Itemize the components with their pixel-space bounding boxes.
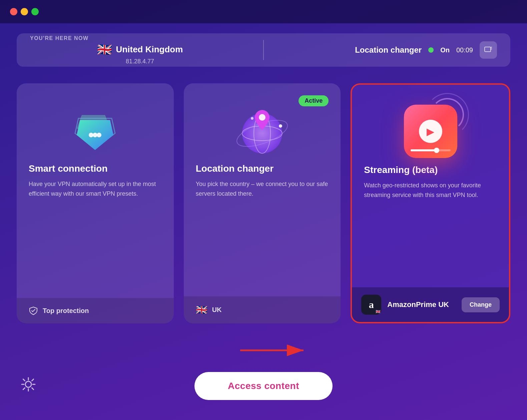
bottom-bar: Access content [0, 372, 527, 400]
header-divider [263, 40, 264, 60]
progress-bar [411, 149, 451, 151]
titlebar [0, 0, 527, 23]
smart-connection-desc: Have your VPN automatically set up in th… [29, 179, 162, 279]
header-location: YOU'RE HERE NOW 🇬🇧 United Kingdom 81.28.… [30, 35, 250, 65]
smart-connection-card: Smart connection Have your VPN automatic… [17, 83, 174, 323]
minimize-button[interactable] [21, 8, 28, 15]
here-now-label: YOU'RE HERE NOW [30, 35, 250, 41]
close-button[interactable] [10, 8, 17, 15]
progress-thumb [434, 148, 439, 153]
svg-point-12 [259, 114, 266, 121]
header-bar: YOU'RE HERE NOW 🇬🇧 United Kingdom 81.28.… [17, 33, 510, 67]
amazon-logo: a 🇬🇧 [361, 295, 381, 315]
location-changer-title: Location changer [196, 163, 329, 174]
svg-point-3 [89, 133, 93, 137]
svg-point-11 [251, 117, 253, 120]
smart-connection-footer: Top protection [17, 298, 174, 323]
streaming-card: ▶ Streaming (beta) Watch geo-restricted … [351, 83, 510, 323]
smart-connection-inner: Smart connection Have your VPN automatic… [17, 83, 174, 291]
play-icon: ▶ [419, 120, 442, 143]
svg-point-14 [25, 381, 31, 387]
active-badge: Active [299, 95, 329, 106]
ip-address: 81.28.4.77 [30, 58, 250, 65]
location-changer-desc: You pick the country – we connect you to… [196, 179, 329, 278]
connection-timer: 00:09 [456, 46, 473, 54]
location-changer-icon-area [196, 97, 329, 163]
amazon-a-icon: a [369, 299, 374, 310]
country-name: United Kingdom [116, 44, 183, 55]
smart-connection-footer-text: Top protection [43, 307, 89, 315]
location-changer-label: Location changer [355, 45, 422, 55]
cards-container: Smart connection Have your VPN automatic… [17, 83, 510, 323]
location-changer-icon [232, 100, 292, 160]
location-footer-text: UK [212, 306, 222, 314]
flag-button[interactable] [480, 41, 497, 59]
smart-connection-title: Smart connection [29, 163, 162, 174]
arrow-annotation [237, 340, 310, 362]
streaming-icon-bg: ▶ [404, 105, 457, 158]
streaming-footer: a 🇬🇧 AmazonPrime UK Change [352, 287, 509, 322]
maximize-button[interactable] [31, 8, 39, 15]
amazon-flag-icon: 🇬🇧 [376, 309, 381, 314]
streaming-title: Streaming (beta) [364, 165, 497, 175]
status-on-label: On [440, 46, 450, 54]
shield-footer-icon [29, 306, 38, 315]
svg-point-4 [93, 133, 97, 137]
status-dot-icon [428, 47, 434, 53]
streaming-inner: ▶ Streaming (beta) Watch geo-restricted … [352, 85, 509, 287]
location-changer-inner: Location changer You pick the country – … [184, 83, 341, 290]
access-content-button[interactable]: Access content [194, 372, 333, 400]
country-flag-icon: 🇬🇧 [97, 43, 112, 57]
arrow-icon [237, 340, 310, 360]
smart-connection-icon-area [29, 97, 162, 163]
location-changer-card: Active [184, 83, 341, 323]
location-changer-footer: 🇬🇧 UK [184, 296, 341, 323]
service-name: AmazonPrime UK [387, 300, 456, 309]
header-country-row: 🇬🇧 United Kingdom [30, 43, 250, 57]
streaming-icon-wrap: ▶ [404, 105, 457, 158]
smart-connection-icon [62, 102, 128, 158]
flag-icon [484, 46, 493, 54]
location-flag-icon: 🇬🇧 [196, 304, 207, 315]
settings-button[interactable] [20, 376, 37, 396]
change-service-button[interactable]: Change [462, 297, 500, 312]
progress-fill [411, 149, 437, 151]
streaming-icon-area: ▶ [364, 98, 497, 165]
svg-rect-0 [485, 47, 491, 52]
svg-point-10 [279, 124, 282, 128]
settings-gear-icon [20, 376, 37, 393]
streaming-desc: Watch geo-restricted shows on your favor… [364, 181, 497, 275]
header-right: Location changer On 00:09 [277, 41, 497, 59]
svg-point-5 [97, 133, 101, 137]
traffic-lights [10, 8, 39, 15]
